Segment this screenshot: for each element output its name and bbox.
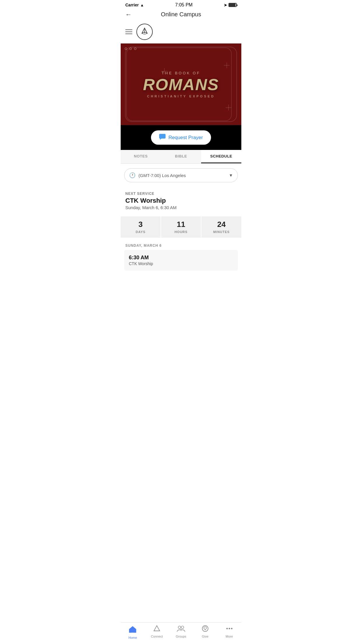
- hamburger-menu[interactable]: [125, 29, 132, 34]
- schedule-date-label: SUNDAY, MARCH 6: [121, 244, 241, 250]
- tabs-bar: NOTES BIBLE SCHEDULE: [121, 150, 241, 164]
- crown-icon: [140, 27, 150, 37]
- countdown-minutes: 24 MINUTES: [201, 216, 241, 238]
- svg-marker-10: [160, 139, 161, 140]
- hero-subtitle: THE BOOK OF: [143, 71, 219, 75]
- location-icon: ➤: [224, 3, 227, 7]
- countdown-minutes-value: 24: [203, 220, 240, 229]
- timezone-selector[interactable]: 🕐 (GMT-7:00) Los Angeles ▼: [124, 168, 238, 182]
- tab-notes[interactable]: NOTES: [121, 150, 161, 163]
- service-name: CTK Worship: [125, 197, 237, 204]
- schedule-time: 6:30 AM: [129, 255, 233, 261]
- countdown-days-value: 3: [122, 220, 159, 229]
- countdown-days-label: DAYS: [136, 230, 146, 234]
- hero-banner: THE BOOK OF ROMANS CHRISTIANITY EXPOSED: [121, 43, 241, 125]
- hero-title: ROMANS: [143, 76, 219, 93]
- back-button[interactable]: ←: [125, 11, 132, 18]
- status-right: ➤: [224, 3, 237, 7]
- timezone-left: 🕐 (GMT-7:00) Los Angeles: [129, 172, 186, 178]
- tab-schedule[interactable]: SCHEDULE: [201, 150, 241, 163]
- prayer-icon: [159, 134, 166, 141]
- service-date: Sunday, March 6, 6:30 AM: [125, 205, 237, 210]
- page-title: Online Campus: [161, 11, 201, 18]
- svg-rect-9: [159, 134, 166, 139]
- schedule-item-name: CTK Worship: [129, 261, 233, 266]
- countdown-hours-label: HOURS: [175, 230, 188, 234]
- black-band: Request Prayer: [121, 125, 241, 150]
- prayer-button-label: Request Prayer: [168, 135, 203, 141]
- status-bar: Carrier ▲ 7:05 PM ➤: [121, 0, 241, 9]
- countdown-days: 3 DAYS: [121, 216, 161, 238]
- header: ← Online Campus: [121, 9, 241, 21]
- carrier-label: Carrier: [125, 3, 139, 7]
- countdown-timer: 3 DAYS 11 HOURS 24 MINUTES: [121, 216, 241, 238]
- chevron-down-icon: ▼: [229, 173, 233, 178]
- hero-content: THE BOOK OF ROMANS CHRISTIANITY EXPOSED: [137, 65, 225, 104]
- countdown-hours: 11 HOURS: [161, 216, 201, 238]
- status-time: 7:05 PM: [175, 2, 193, 8]
- countdown-hours-value: 11: [162, 220, 200, 229]
- countdown-minutes-label: MINUTES: [213, 230, 230, 234]
- schedule-item[interactable]: 6:30 AM CTK Worship: [124, 250, 238, 271]
- tab-bible[interactable]: BIBLE: [161, 150, 201, 163]
- clock-icon: 🕐: [129, 172, 136, 178]
- status-left: Carrier ▲: [125, 3, 144, 7]
- hero-tagline: CHRISTIANITY EXPOSED: [143, 94, 219, 98]
- timezone-value: (GMT-7:00) Los Angeles: [138, 173, 186, 178]
- next-service-section: NEXT SERVICE CTK Worship Sunday, March 6…: [121, 187, 241, 216]
- wifi-icon: ▲: [140, 3, 144, 7]
- request-prayer-button[interactable]: Request Prayer: [151, 130, 211, 145]
- logo-bar: [121, 21, 241, 43]
- church-logo[interactable]: [136, 24, 153, 40]
- next-service-label: NEXT SERVICE: [125, 192, 237, 196]
- battery-icon: [229, 3, 237, 7]
